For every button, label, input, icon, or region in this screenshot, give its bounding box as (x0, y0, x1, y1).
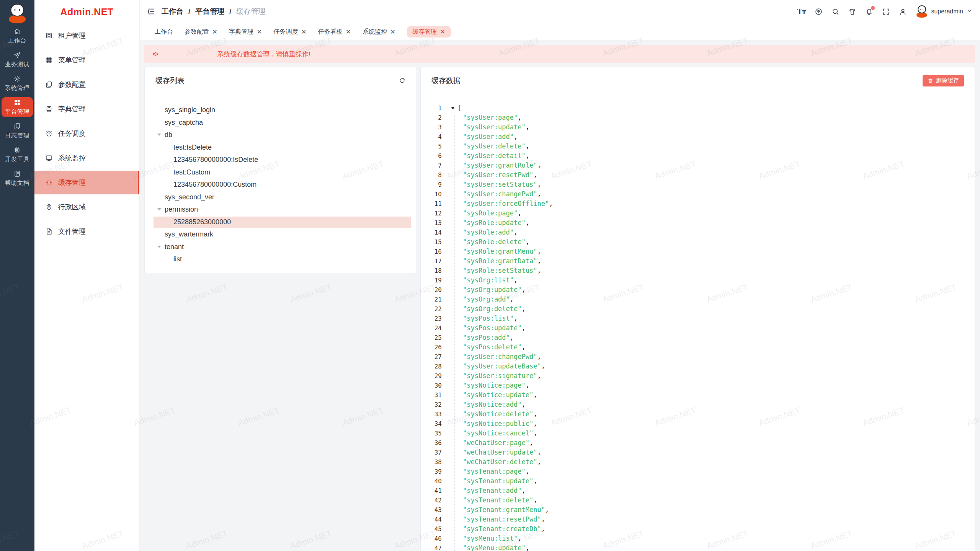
code-line: 19"sysOrg:list", (421, 276, 975, 285)
sidebar-item-label: 菜单管理 (58, 55, 86, 65)
user-menu[interactable]: superadmin (916, 5, 972, 18)
tree-node-sys_single_login[interactable]: sys_single_login (154, 104, 411, 116)
sidebar-item-租户管理[interactable]: 租户管理 (34, 24, 139, 47)
breadcrumb-item-平台管理[interactable]: 平台管理 (195, 7, 224, 16)
cache-list-title: 缓存列表 (155, 76, 185, 86)
tab-任务调度[interactable]: 任务调度✕ (274, 26, 307, 37)
menu-grid-icon (45, 56, 53, 64)
caret-down-icon[interactable] (157, 246, 161, 248)
tree-node-252885263000000[interactable]: 252885263000000 (154, 217, 411, 228)
breadcrumb-item-工作台[interactable]: 工作台 (162, 7, 183, 16)
code-line: 43"sysTenant:grantMenu", (421, 505, 975, 515)
rail-item-平台管理[interactable]: 平台管理 (2, 97, 33, 117)
tree-node-label: db (165, 131, 172, 139)
code-line: 6"sysUser:detail", (421, 151, 975, 161)
tree-node-123456780000000:IsDelete[interactable]: 123456780000000:IsDelete (154, 154, 411, 165)
tree-node-123456780000000:Custom[interactable]: 123456780000000:Custom (154, 179, 411, 190)
rail-item-label: 帮助文档 (5, 179, 29, 187)
tab-参数配置[interactable]: 参数配置✕ (185, 26, 217, 37)
rail-item-开发工具[interactable]: 开发工具 (2, 145, 33, 165)
sidebar-item-行政区域[interactable]: 行政区域 (34, 195, 139, 219)
tab-close-icon[interactable]: ✕ (390, 29, 395, 35)
line-number: 43 (421, 505, 442, 515)
fullscreen-icon[interactable] (882, 8, 890, 16)
code-line: 5"sysUser:delete", (421, 142, 975, 151)
code-text: "sysUser:updateBase", (442, 362, 545, 371)
tab-字典管理[interactable]: 字典管理✕ (229, 26, 262, 37)
code-text: "sysMenu:list", (442, 534, 522, 543)
tree-node-list[interactable]: list (154, 254, 411, 265)
rail-item-日志管理[interactable]: 日志管理 (2, 121, 33, 141)
tree-node-db[interactable]: db (154, 129, 411, 140)
tab-close-icon[interactable]: ✕ (212, 29, 217, 35)
tab-close-icon[interactable]: ✕ (346, 29, 351, 35)
code-line: 21"sysOrg:add", (421, 295, 975, 304)
tree-node-sys_captcha[interactable]: sys_captcha (154, 117, 411, 128)
line-number: 9 (421, 180, 442, 189)
sidebar-item-label: 字典管理 (58, 104, 86, 114)
font-size-icon[interactable]: Tᴛ (797, 8, 806, 15)
sidebar-item-缓存管理[interactable]: 缓存管理 (34, 171, 139, 194)
tab-close-icon[interactable]: ✕ (301, 29, 307, 35)
code-text: "sysTenant:resetPwd", (442, 515, 545, 524)
caret-down-icon[interactable] (157, 208, 161, 210)
sidebar-item-任务调度[interactable]: 任务调度 (34, 122, 139, 145)
sidebar-item-菜单管理[interactable]: 菜单管理 (34, 48, 139, 72)
tree-node-test:IsDelete[interactable]: test:IsDelete (154, 142, 411, 153)
cache-icon (45, 179, 53, 186)
tree-node-permission[interactable]: permission (154, 204, 411, 215)
code-text: "sysRole:grantData", (442, 256, 541, 266)
rail-item-label: 系统管理 (5, 85, 29, 92)
collapse-arrow-icon[interactable] (451, 107, 455, 109)
code-text: "sysOrg:add", (442, 295, 514, 304)
tree-node-label: sys_captcha (165, 119, 203, 127)
tree-node-label: sys_wartermark (165, 230, 213, 238)
tab-close-icon[interactable]: ✕ (440, 29, 445, 35)
profile-icon[interactable] (899, 8, 907, 16)
sidebar-item-文件管理[interactable]: 文件管理 (34, 220, 139, 243)
tab-系统监控[interactable]: 系统监控✕ (363, 26, 395, 37)
code-text: "sysNotice:cancel", (442, 429, 537, 438)
notification-badge (871, 6, 875, 10)
line-number: 28 (421, 362, 442, 371)
code-text: "sysUser:page", (442, 113, 522, 122)
line-number: 46 (421, 534, 442, 543)
theme-icon[interactable] (848, 8, 856, 16)
app-logo[interactable] (0, 0, 34, 24)
code-line: 20"sysOrg:update", (421, 285, 975, 295)
warning-banner: 系统缓存数据管理，请慎重操作! (144, 45, 975, 63)
rail-item-业务测试[interactable]: 业务测试 (2, 50, 33, 70)
tab-工作台[interactable]: 工作台 (155, 26, 173, 37)
tab-close-icon[interactable]: ✕ (256, 29, 262, 35)
code-text: "sysTenant:delete", (442, 496, 537, 505)
search-icon[interactable] (831, 8, 840, 16)
tab-任务看板[interactable]: 任务看板✕ (318, 26, 351, 37)
code-line: 38"weChatUser:delete", (421, 457, 975, 467)
notification-bell-icon[interactable] (865, 8, 873, 16)
delete-cache-button[interactable]: 删除缓存 (923, 75, 964, 86)
dict-icon (45, 105, 53, 113)
tree-node-test:Custom[interactable]: test:Custom (154, 167, 411, 178)
code-line: 17"sysRole:grantData", (421, 256, 975, 266)
rail-item-帮助文档[interactable]: 帮助文档 (2, 168, 33, 188)
code-text: "sysUser:signature", (442, 371, 541, 381)
tree-node-sys_wartermark[interactable]: sys_wartermark (154, 229, 411, 240)
code-line: 4"sysUser:add", (421, 132, 975, 142)
sidebar-item-字典管理[interactable]: 字典管理 (34, 97, 139, 121)
refresh-icon[interactable] (399, 77, 406, 84)
language-icon[interactable] (815, 8, 823, 16)
rail-item-系统管理[interactable]: 系统管理 (2, 73, 33, 93)
notebook-icon (13, 170, 21, 178)
sidebar-item-系统监控[interactable]: 系统监控 (34, 146, 139, 170)
line-number: 37 (421, 448, 442, 457)
caret-down-icon[interactable] (157, 134, 161, 136)
tree-node-sys_second_ver[interactable]: sys_second_ver (154, 192, 411, 203)
line-number: 26 (421, 342, 442, 352)
collapse-menu-icon[interactable] (147, 7, 155, 16)
tab-缓存管理[interactable]: 缓存管理✕ (407, 26, 451, 37)
code-line: 25"sysPos:add", (421, 333, 975, 342)
code-line: 11"sysUser:forceOffline", (421, 199, 975, 209)
rail-item-工作台[interactable]: 工作台 (2, 26, 33, 46)
tree-node-tenant[interactable]: tenant (154, 241, 411, 253)
sidebar-item-参数配置[interactable]: 参数配置 (34, 73, 139, 96)
